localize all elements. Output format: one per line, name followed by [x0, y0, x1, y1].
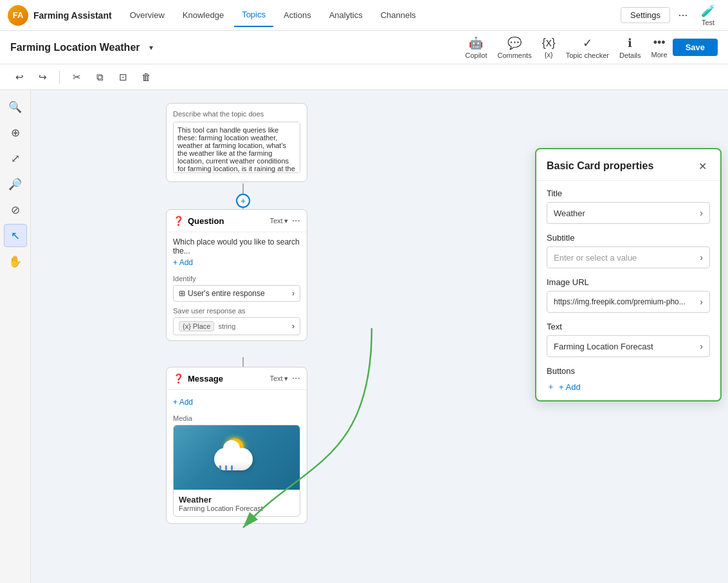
avatar: FA — [8, 5, 28, 26]
redo-button[interactable]: ↪ — [33, 68, 51, 86]
cloud-icon — [214, 448, 253, 470]
buttons-label: Buttons — [547, 366, 710, 376]
nav-knowledge[interactable]: Knowledge — [175, 4, 232, 27]
top-nav: FA Farming Assistant Overview Knowledge … — [0, 0, 728, 31]
image-url-label: Image URL — [547, 277, 710, 287]
copilot-icon: 🤖 — [469, 36, 483, 50]
identify-section: Identify ⊞ User's entire response › — [173, 275, 300, 302]
describe-label: Describe what the topic does — [173, 110, 300, 118]
topic-dropdown-arrow[interactable]: ▾ — [149, 43, 153, 52]
message-more[interactable]: ··· — [292, 373, 300, 384]
pan-button[interactable]: ✋ — [4, 250, 27, 273]
more-icon: ••• — [653, 36, 666, 50]
identify-label: Identify — [173, 275, 300, 282]
media-section: Media — [167, 414, 307, 523]
question-node: ❓ Question Text ▾ ··· Which place would … — [166, 209, 307, 341]
nav-more-button[interactable]: ··· — [673, 5, 693, 26]
side-panel: Basic Card properties ✕ Title Weather › … — [535, 148, 722, 402]
var-type: string — [218, 322, 288, 330]
zoom-in-button[interactable]: 🔍 — [4, 95, 27, 118]
undo-button[interactable]: ↩ — [10, 68, 28, 86]
rain-icon — [219, 465, 233, 470]
nav-channels[interactable]: Channels — [373, 4, 424, 27]
subtitle-field-input[interactable]: Enter or select a value › — [547, 246, 710, 268]
question-add[interactable]: + Add — [173, 255, 300, 270]
image-url-input[interactable]: https://img.freepik.com/premium-pho... › — [547, 291, 710, 313]
topic-title: Farming Location Weather — [10, 42, 140, 53]
toolbar-icons: 🤖 Copilot 💬 Comments {x} {x} ✓ Topic che… — [465, 36, 667, 59]
save-button[interactable]: Save — [673, 39, 718, 56]
media-caption: Weather Farming Location Forecast — [174, 490, 300, 516]
variables-button[interactable]: {x} {x} — [542, 36, 556, 59]
message-icon: ❓ — [173, 373, 184, 384]
save-response-label: Save user response as — [173, 307, 300, 315]
zoom-out-button[interactable]: 🔎 — [4, 172, 27, 196]
describe-node: Describe what the topic does This tool c… — [166, 103, 307, 182]
more-button[interactable]: ••• More — [651, 36, 668, 59]
save-response-section: Save user response as {x} Place string › — [173, 307, 300, 335]
title-field-label: Title — [547, 189, 710, 198]
details-button[interactable]: ℹ Details — [619, 36, 641, 59]
left-tools: 🔍 ⊕ ⤢ 🔎 ⊘ ↖ ✋ — [0, 90, 31, 583]
no-entry-button[interactable]: ⊘ — [4, 198, 27, 221]
app-logo: FA Farming Assistant — [8, 5, 112, 26]
table-icon: ⊞ — [179, 289, 185, 298]
edit-toolbar: ↩ ↪ ✂ ⧉ ⊡ 🗑 — [0, 64, 728, 90]
target-button[interactable]: ⊕ — [4, 121, 27, 144]
text-field-input[interactable]: Farming Location Forecast › — [547, 335, 710, 357]
media-card: Weather Farming Location Forecast — [173, 425, 300, 517]
expand-button[interactable]: ⤢ — [4, 147, 27, 170]
subtitle-field-group: Subtitle Enter or select a value › — [547, 233, 710, 268]
question-icon: ❓ — [173, 216, 184, 226]
weather-graphic — [214, 438, 259, 477]
divider — [59, 71, 60, 84]
subtitle-field-label: Subtitle — [547, 233, 710, 243]
identify-row[interactable]: ⊞ User's entire response › — [173, 285, 300, 302]
paste-button[interactable]: ⊡ — [114, 68, 132, 86]
select-button[interactable]: ↖ — [4, 224, 27, 247]
nav-actions[interactable]: Actions — [276, 4, 319, 27]
image-url-arrow: › — [700, 297, 703, 307]
image-url-field-group: Image URL https://img.freepik.com/premiu… — [547, 277, 710, 313]
panel-title: Basic Card properties — [547, 160, 653, 172]
nav-overview[interactable]: Overview — [122, 4, 172, 27]
comments-button[interactable]: 💬 Comments — [497, 36, 531, 59]
subtitle-field-arrow: › — [700, 252, 703, 263]
message-add[interactable]: + Add — [173, 395, 300, 409]
panel-header: Basic Card properties ✕ — [536, 149, 720, 181]
title-field-input[interactable]: Weather › — [547, 202, 710, 224]
describe-textarea[interactable]: This tool can handle queries like these:… — [173, 122, 300, 173]
nav-topics[interactable]: Topics — [234, 4, 273, 27]
topic-checker-icon: ✓ — [583, 36, 592, 50]
add-button-item[interactable]: ＋ + Add — [547, 381, 710, 393]
question-text: Which place would you like to search the… — [173, 237, 300, 255]
comments-icon: 💬 — [507, 36, 522, 50]
topic-checker-button[interactable]: ✓ Topic checker — [566, 36, 609, 59]
cut-button[interactable]: ✂ — [68, 68, 86, 86]
test-button[interactable]: 🧪 Test — [696, 3, 720, 28]
message-node-header: ❓ Message Text ▾ ··· — [167, 367, 307, 390]
connector-line-1 — [242, 183, 244, 194]
var-icon: {x} — [183, 322, 191, 330]
copilot-button[interactable]: 🤖 Copilot — [465, 36, 487, 59]
question-title: Question — [188, 216, 266, 226]
title-field-arrow: › — [700, 208, 703, 218]
question-node-header: ❓ Question Text ▾ ··· — [167, 210, 307, 232]
panel-close-button[interactable]: ✕ — [695, 158, 710, 174]
add-connector-1[interactable]: + — [236, 194, 250, 208]
message-type[interactable]: Text ▾ — [269, 375, 287, 383]
test-icon: 🧪 — [701, 4, 715, 18]
question-more[interactable]: ··· — [292, 215, 300, 227]
canvas[interactable]: Describe what the topic does This tool c… — [31, 90, 728, 583]
card-subtitle: Farming Location Forecast — [179, 504, 295, 512]
topic-toolbar: Farming Location Weather ▾ 🤖 Copilot 💬 C… — [0, 31, 728, 64]
message-node: ❓ Message Text ▾ ··· + Add Media — [166, 367, 307, 524]
nav-analytics[interactable]: Analytics — [322, 4, 370, 27]
settings-button[interactable]: Settings — [621, 7, 670, 23]
text-field-group: Text Farming Location Forecast › — [547, 322, 710, 357]
question-type[interactable]: Text ▾ — [269, 217, 287, 225]
copy-button[interactable]: ⧉ — [91, 68, 109, 86]
card-title: Weather — [179, 495, 295, 504]
delete-button[interactable]: 🗑 — [137, 68, 155, 86]
title-field-group: Title Weather › — [547, 189, 710, 224]
